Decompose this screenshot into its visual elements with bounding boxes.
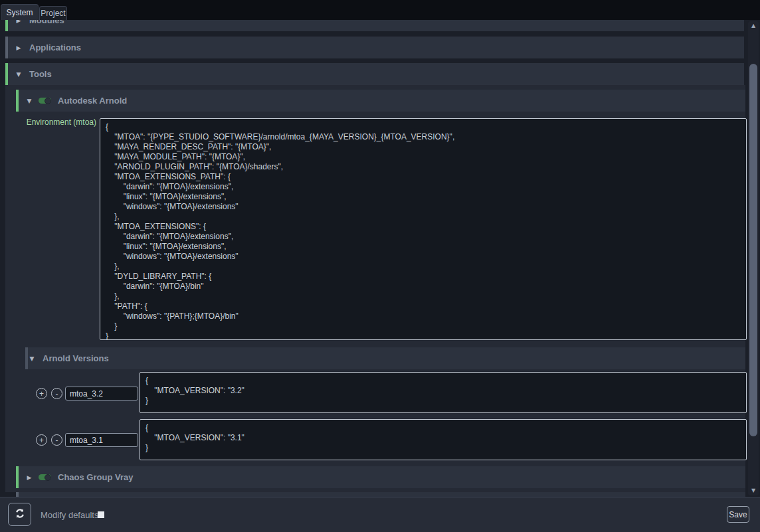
tab-system[interactable]: System (1, 4, 39, 20)
section-title: Modules (29, 20, 64, 25)
caret-down-icon: ▼ (25, 98, 33, 104)
settings-window: System Project ▶ Modules ▶ Applications … (0, 0, 760, 532)
footer-bar: Modify defaults Save (0, 497, 760, 532)
settings-scroll-area: ▶ Modules ▶ Applications ▼ Tools ▼ Autod… (0, 20, 760, 497)
environment-mtoa-textarea[interactable]: { "MTOA": "{PYPE_STUDIO_SOFTWARE}/arnold… (100, 118, 747, 340)
version-name-input[interactable] (65, 387, 138, 400)
version-name-input[interactable] (65, 433, 138, 447)
section-title: Autodesk Arnold (58, 96, 127, 106)
remove-version-button[interactable]: - (51, 434, 62, 446)
section-title: Applications (29, 43, 81, 52)
caret-right-icon: ▶ (25, 474, 33, 481)
scroll-up-icon[interactable]: ▲ (748, 21, 759, 31)
refresh-button[interactable] (8, 503, 31, 526)
vertical-scrollbar[interactable]: ▲ ▼ (748, 21, 759, 495)
remove-version-button[interactable]: - (51, 388, 62, 399)
section-title: Tools (29, 69, 52, 79)
scrollbar-thumb[interactable] (749, 64, 757, 436)
section-header-modules[interactable]: ▶ Modules (5, 20, 744, 31)
scroll-down-icon[interactable]: ▼ (748, 486, 759, 495)
vray-enabled-toggle[interactable] (39, 474, 51, 480)
toggle-knob-icon (45, 474, 51, 481)
partial-section-header (16, 492, 745, 497)
version-env-textarea[interactable]: { "MTOA_VERSION": "3.1" } (140, 419, 747, 460)
modify-defaults-label: Modify defaults (41, 497, 98, 532)
section-accent (16, 90, 19, 112)
tab-bar: System Project (0, 0, 760, 20)
caret-right-icon: ▶ (15, 20, 23, 24)
section-header-applications[interactable]: ▶ Applications (5, 37, 744, 58)
section-title: Arnold Versions (43, 353, 109, 363)
caret-down-icon: ▼ (15, 71, 23, 78)
section-accent (5, 20, 8, 31)
save-button[interactable]: Save (727, 506, 749, 523)
tab-project[interactable]: Project (39, 6, 67, 20)
section-accent (16, 492, 19, 497)
section-header-autodesk-arnold[interactable]: ▼ Autodesk Arnold (16, 90, 745, 112)
add-version-button[interactable]: + (36, 388, 47, 399)
toggle-knob-icon (45, 98, 51, 104)
section-accent (16, 466, 19, 488)
arnold-enabled-toggle[interactable] (39, 98, 51, 104)
section-accent (25, 347, 28, 369)
environment-mtoa-label: Environment (mtoa) (16, 118, 96, 127)
section-accent (5, 63, 8, 85)
section-header-chaos-group-vray[interactable]: ▶ Chaos Group Vray (16, 466, 745, 488)
section-header-tools[interactable]: ▼ Tools (5, 63, 744, 85)
section-accent (5, 37, 8, 58)
caret-right-icon: ▶ (15, 44, 23, 51)
version-env-textarea[interactable]: { "MTOA_VERSION": "3.2" } (140, 372, 747, 413)
caret-down-icon: ▼ (28, 355, 36, 362)
refresh-icon (15, 508, 25, 521)
modify-defaults-checkbox[interactable] (98, 511, 104, 518)
add-version-button[interactable]: + (36, 434, 47, 446)
section-title: Chaos Group Vray (58, 472, 133, 482)
section-header-arnold-versions[interactable]: ▼ Arnold Versions (25, 347, 745, 369)
